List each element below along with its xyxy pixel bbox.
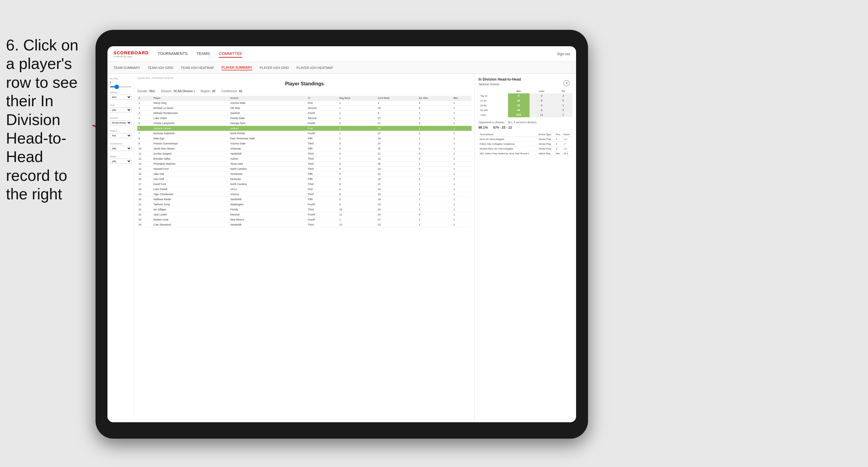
cell-no-rds: 0 xyxy=(417,156,452,161)
subnav-player-summary[interactable]: PLAYER SUMMARY xyxy=(221,65,252,70)
subnav-team-h2h-heatmap[interactable]: TEAM H2H HEATMAP xyxy=(181,65,214,70)
cell-rank: 13 xyxy=(137,161,152,166)
year-select[interactable]: (All) xyxy=(110,107,132,113)
region-select[interactable]: N/A xyxy=(110,133,132,138)
cell-player: David Ford xyxy=(152,182,229,187)
table-row[interactable]: 12 Brendan Valles Auburn Third 7 13 0 1 xyxy=(137,156,472,161)
h2h-cell-loss: 4 xyxy=(529,103,554,108)
cell-player: Luke Claton xyxy=(152,116,229,121)
h2h-cell-tie: 2 xyxy=(554,93,572,98)
cell-reg-rank: 11 xyxy=(338,212,377,217)
table-row[interactable]: 16 Alex Goff Kentucky Fifth 8 19 0 1 xyxy=(137,177,472,182)
h2h-cell-range: 51-100 xyxy=(478,108,508,113)
cell-player: Phichaksn Maichon xyxy=(152,161,229,166)
cell-no-rds: 0 xyxy=(417,151,452,156)
table-row[interactable]: 1 Wenyi Ding Arizona State First 1 1 8 1 xyxy=(137,100,472,106)
conference-select[interactable]: (All) xyxy=(110,146,132,151)
gender-select[interactable]: Men xyxy=(110,95,132,100)
h2h-cell-loss: 6 xyxy=(529,108,554,113)
cell-no-rds: 2 xyxy=(417,192,452,197)
gender-filter-section: Gender Men xyxy=(110,91,132,100)
subnav-player-h2h-grid[interactable]: PLAYER H2H GRID xyxy=(260,65,289,70)
cell-no-rds: 1 xyxy=(417,161,452,166)
conference-filter-section: Conference (All) xyxy=(110,142,132,151)
cell-conf-rank: 19 xyxy=(377,177,418,182)
sign-out-button[interactable]: Sign out xyxy=(557,52,570,56)
table-row[interactable]: 8 Mats Ege East Tennessee State Fifth 1 … xyxy=(137,136,472,141)
cell-no-rds: 1 xyxy=(417,172,452,177)
table-row[interactable]: 9 Preston Summerhays Arizona State Third… xyxy=(137,141,472,146)
table-row[interactable]: 15 Jake Hall Tennessee Fifth 8 22 1 1 xyxy=(137,172,472,177)
tournament-header-row: Tournament Event Type Pos Score xyxy=(478,132,572,137)
cell-player: Luke Powell xyxy=(152,187,229,192)
cell-conf-rank: 18 xyxy=(377,126,418,131)
table-row[interactable]: 10 Jacob Mou Olesen Arkansas Fifth 4 25 … xyxy=(137,146,472,151)
table-row[interactable]: 18 Luke Powell UCLA First 4 24 1 1 xyxy=(137,187,472,192)
cell-player: Tiger Christensen xyxy=(152,192,229,197)
cell-reg-rank: 7 xyxy=(338,156,377,161)
cell-rank: 6 xyxy=(137,126,152,131)
table-row[interactable]: 21 Taehoon Song Washington Fourth 6 23 1… xyxy=(137,202,472,207)
table-row[interactable]: 6 Jackson Koivun Auburn First 1 18 1 1 xyxy=(137,126,472,131)
h2h-table-row: 26-50 22 4 1 xyxy=(478,103,572,108)
no-rds-slider[interactable] xyxy=(110,85,132,88)
cell-conf-rank: 22 xyxy=(377,172,418,177)
subnav-team-h2h-grid[interactable]: TEAM H2H GRID xyxy=(148,65,174,70)
division-select[interactable]: NCAA Division I xyxy=(110,120,132,125)
cell-player: Bastien Amat xyxy=(152,217,229,222)
nav-committee[interactable]: COMMITTEE xyxy=(219,50,242,58)
cell-school: Florida xyxy=(229,207,307,212)
cell-reg-rank: 1 xyxy=(338,100,377,106)
table-row[interactable]: 11 Gordon Sargent Vanderbilt Third 4 21 … xyxy=(137,151,472,156)
opponents-label: Opponents in division: xyxy=(478,121,505,124)
tournament-row: SEC Match Play hosted by Jerry Pate Roun… xyxy=(478,151,572,156)
cell-win: 1 xyxy=(452,161,472,166)
h2h-header: In Division Head-to-Head Jackson Koivun … xyxy=(478,77,572,86)
table-row[interactable]: 4 Luke Claton Florida State Second 1 27 … xyxy=(137,116,472,121)
table-row[interactable]: 5 Christo Lamprecht Georgia Tech Fourth … xyxy=(137,121,472,126)
table-row[interactable]: 13 Phichaksn Maichon Texas A&M Third 6 3… xyxy=(137,161,472,166)
tourn-cell-pos: 2 xyxy=(555,147,562,151)
table-row[interactable]: 2 Michael La Sasso Ole Miss Second 1 19 … xyxy=(137,106,472,111)
wlt-record-value: 674 - 33 - 12 xyxy=(493,126,512,129)
player-filter-section: Player (All) xyxy=(110,155,132,164)
table-row[interactable]: 24 Bastien Amat New Mexico Fourth 1 27 2… xyxy=(137,217,472,222)
table-row[interactable]: 3 Michael Thorbjornsen Stanford Fourth 1… xyxy=(137,111,472,116)
cell-reg-rank: 1 xyxy=(338,136,377,141)
subnav-team-summary[interactable]: TEAM SUMMARY xyxy=(114,65,140,70)
col-no-rds: No. Rds. xyxy=(417,96,452,100)
cell-yr: Third xyxy=(307,166,338,172)
nav-tournaments[interactable]: TOURNAMENTS xyxy=(158,50,187,58)
table-row[interactable]: 17 David Ford North Carolina Third 8 21 … xyxy=(137,182,472,187)
cell-no-rds: 1 xyxy=(417,222,452,227)
table-row[interactable]: 7 Nicholas Gabrelcik North Florida Fourt… xyxy=(137,131,472,136)
table-row[interactable]: 25 Cole Sherwood Vanderbilt Third 12 23 … xyxy=(137,222,472,227)
cell-rank: 11 xyxy=(137,151,152,156)
h2h-col-loss: Loss xyxy=(529,89,554,93)
cell-school: Vanderbilt xyxy=(229,151,307,156)
player-select[interactable]: (All) xyxy=(110,159,132,164)
h2h-col-tie: Tie xyxy=(554,89,572,93)
cell-rank: 22 xyxy=(137,207,152,212)
table-row[interactable]: 14 Maxwell Ford North Carolina Third 8 2… xyxy=(137,166,472,172)
tourn-cell-name: Amer Ari Intercollegiate xyxy=(478,137,537,142)
cell-reg-rank: 1 xyxy=(338,116,377,121)
cell-no-rds: 2 xyxy=(417,136,452,141)
cell-win: 1 xyxy=(452,207,472,212)
table-row[interactable]: 22 Ian Gilligan Florida Third 10 24 1 1 xyxy=(137,207,472,212)
cell-rank: 18 xyxy=(137,187,152,192)
close-h2h-button[interactable]: ✕ xyxy=(563,80,569,86)
subnav-player-h2h-heatmap[interactable]: PLAYER H2H HEATMAP xyxy=(297,65,333,70)
region-filter-value: All xyxy=(212,90,215,93)
cell-player: Jacob Mou Olesen xyxy=(152,146,229,151)
tourn-cell-score: -17 xyxy=(562,137,572,142)
table-row[interactable]: 19 Tiger Christensen Arizona Third 8 23 … xyxy=(137,192,472,197)
cell-win: 1 xyxy=(452,187,472,192)
table-row[interactable]: 23 Jack Lundin Missouri Fourth 11 24 0 1 xyxy=(137,212,472,217)
cell-win: 1 xyxy=(452,156,472,161)
cell-conf-rank: 23 xyxy=(377,222,418,227)
cell-school: Tennessee xyxy=(229,172,307,177)
top-nav: SCOREBOARD Powered by clippi TOURNAMENTS… xyxy=(107,46,576,62)
table-row[interactable]: 20 Matthew Riedel Vanderbilt Fifth 9 18 … xyxy=(137,197,472,202)
nav-teams[interactable]: TEAMS xyxy=(197,50,210,58)
